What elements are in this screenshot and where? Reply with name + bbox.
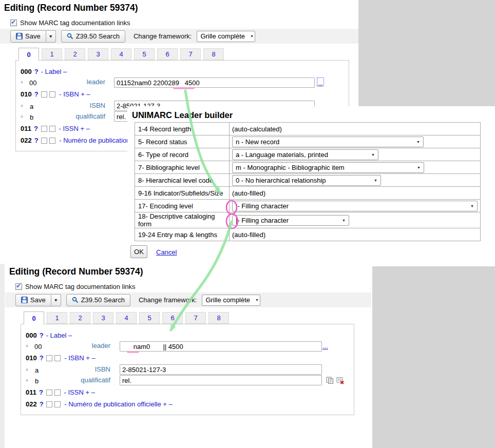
- leader-input[interactable]: [120, 341, 322, 352]
- sort-handle-icon[interactable]: ▲: [20, 113, 24, 119]
- field-tag: 011: [26, 388, 36, 396]
- field-011-label-link[interactable]: - ISSN + –: [64, 388, 95, 396]
- tab-8[interactable]: 8: [203, 48, 224, 60]
- save-button[interactable]: Save: [15, 294, 51, 306]
- row-label: 1-4 Record length: [138, 125, 191, 133]
- indicator-box[interactable]: [46, 355, 52, 361]
- row-value: (auto-calculated): [232, 125, 282, 133]
- leader-builder-link[interactable]: ...: [317, 77, 324, 86]
- field-010-label-link[interactable]: - ISBN + –: [64, 354, 95, 362]
- indicator-box[interactable]: [49, 91, 55, 98]
- field-help-link[interactable]: ?: [34, 137, 39, 144]
- dialog-title: UNIMARC Leader builder: [132, 110, 233, 120]
- marc-links-checkbox[interactable]: ✔: [10, 20, 17, 26]
- qualificatif-input[interactable]: [120, 375, 322, 385]
- leader-builder-link[interactable]: ...: [322, 342, 328, 350]
- sort-handle-icon[interactable]: ▲: [25, 377, 29, 382]
- framework-select[interactable]: Grille complète ▼: [202, 295, 260, 306]
- field-011: 011? - ISSN + –: [21, 125, 90, 132]
- tab-0[interactable]: 0: [18, 48, 39, 61]
- indicator-box[interactable]: [49, 126, 55, 132]
- clone-subfield-icon[interactable]: [326, 377, 334, 386]
- leader-input[interactable]: [114, 77, 315, 88]
- subfield-code: b: [35, 377, 39, 385]
- indicator-box[interactable]: [41, 126, 47, 132]
- field-000-label-link[interactable]: - Label –: [41, 68, 67, 75]
- tab-0[interactable]: 0: [24, 311, 44, 324]
- field-000-label-link[interactable]: - Label –: [46, 332, 72, 339]
- page-title: Editing (Record Number 59374): [4, 3, 138, 13]
- tab-4[interactable]: 4: [111, 48, 131, 60]
- tab-2[interactable]: 2: [70, 312, 90, 324]
- ok-button[interactable]: OK: [130, 245, 147, 258]
- search-icon: [72, 297, 79, 303]
- indicator-box[interactable]: [54, 389, 61, 396]
- tab-4[interactable]: 4: [116, 312, 137, 324]
- indicator-box[interactable]: [46, 401, 52, 407]
- field-help-link[interactable]: ?: [40, 354, 44, 362]
- indicator-box[interactable]: [46, 389, 52, 396]
- descriptive-cataloging-select[interactable]: |- Filling character▼: [232, 215, 349, 226]
- tab-7[interactable]: 7: [180, 48, 201, 60]
- select-value: a - Language materials, printed: [236, 151, 328, 159]
- field-help-link[interactable]: ?: [34, 90, 39, 98]
- indicator-box[interactable]: [54, 401, 61, 407]
- hierarchical-level-select[interactable]: 0 - No hierarchical relationship▼: [232, 175, 381, 186]
- field-help-link[interactable]: ?: [40, 400, 44, 408]
- type-of-record-select[interactable]: a - Language materials, printed▼: [232, 149, 378, 160]
- tab-7[interactable]: 7: [185, 312, 206, 324]
- select-arrow-icon: ▼: [374, 179, 377, 182]
- indicator-box[interactable]: [41, 91, 47, 98]
- z3950-search-button[interactable]: Z39.50 Search: [66, 294, 130, 306]
- tab-6[interactable]: 6: [157, 48, 178, 60]
- field-022-label-link[interactable]: - Numéro de publication officielle + –: [64, 400, 172, 408]
- tab-1[interactable]: 1: [47, 312, 67, 324]
- indicator-box[interactable]: [54, 355, 61, 361]
- toolbar: Save ▾ Z39.50 Search Change framework: G…: [0, 29, 358, 44]
- tab-2[interactable]: 2: [65, 48, 85, 60]
- field-010-label-link[interactable]: - ISBN + –: [59, 90, 90, 98]
- cancel-link[interactable]: Cancel: [156, 248, 177, 256]
- sort-handle-icon[interactable]: ▲: [20, 103, 24, 108]
- isbn-input[interactable]: [120, 364, 322, 375]
- encoding-level-select[interactable]: |- Filling character▼: [232, 201, 478, 211]
- save-button[interactable]: Save: [10, 30, 46, 43]
- marc-links-checkbox[interactable]: ✔: [15, 283, 22, 290]
- toolbar: Save ▾ Z39.50 Search Change framework: G…: [5, 293, 371, 307]
- record-status-select[interactable]: n - New record▼: [232, 137, 424, 147]
- tab-5[interactable]: 5: [139, 312, 160, 324]
- field-tag: 000: [26, 332, 37, 339]
- tab-1[interactable]: 1: [42, 48, 62, 60]
- bibliographic-level-select[interactable]: m - Monographic - Bibliographic item▼: [232, 162, 424, 173]
- save-dropdown-button[interactable]: ▾: [51, 294, 61, 306]
- tab-3[interactable]: 3: [93, 312, 113, 324]
- tab-8[interactable]: 8: [208, 312, 229, 324]
- z3950-search-button[interactable]: Z39.50 Search: [61, 30, 125, 43]
- sort-handle-icon[interactable]: ▲: [20, 79, 24, 84]
- field-help-link[interactable]: ?: [34, 125, 38, 132]
- subfield-code: a: [30, 103, 33, 110]
- page-title: Editing (Record Number 59374): [9, 266, 143, 277]
- framework-select[interactable]: Grille complète ▼: [197, 31, 255, 42]
- sort-handle-icon[interactable]: ▲: [25, 343, 29, 348]
- tab-3[interactable]: 3: [88, 48, 108, 60]
- indicator-box[interactable]: [49, 138, 55, 144]
- sort-handle-icon[interactable]: ▲: [25, 366, 29, 372]
- select-value: |- Filling character: [236, 217, 289, 224]
- select-value: |- Filling character: [236, 202, 289, 210]
- select-value: n - New record: [236, 138, 279, 146]
- indicator-box[interactable]: [41, 138, 47, 144]
- check-icon: ✔: [11, 18, 16, 26]
- select-arrow-icon: ▼: [470, 204, 474, 208]
- save-dropdown-button[interactable]: ▾: [46, 30, 56, 43]
- field-help-link[interactable]: ?: [40, 332, 44, 339]
- field-help-link[interactable]: ?: [34, 68, 39, 75]
- delete-subfield-icon[interactable]: [336, 377, 345, 386]
- tab-6[interactable]: 6: [162, 312, 183, 324]
- select-arrow-icon: ▼: [416, 140, 420, 144]
- row-label: 6- Type of record: [138, 151, 188, 159]
- subfield-label-leader: leader: [49, 78, 105, 86]
- field-011-label-link[interactable]: - ISSN + –: [59, 125, 90, 132]
- tab-5[interactable]: 5: [134, 48, 155, 60]
- field-help-link[interactable]: ?: [39, 388, 43, 396]
